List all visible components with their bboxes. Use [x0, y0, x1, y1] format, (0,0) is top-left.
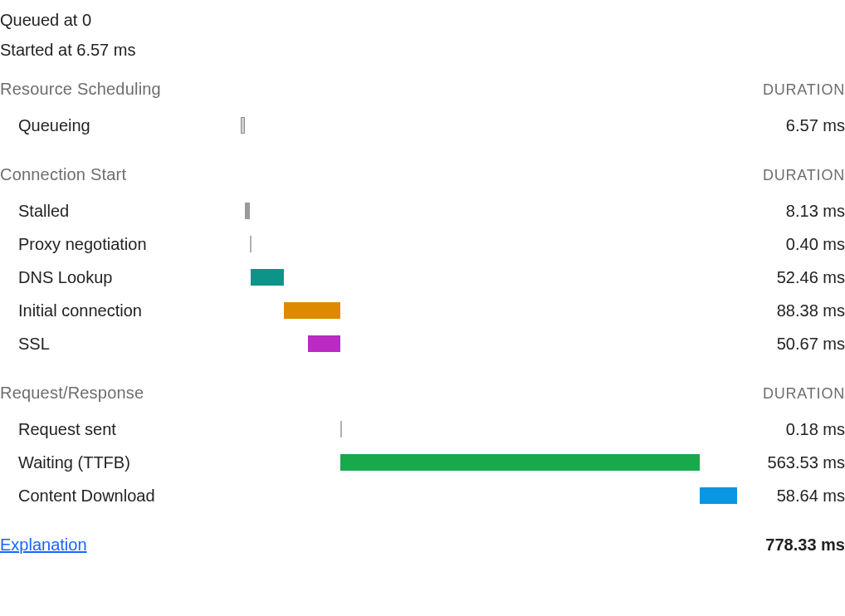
timing-bar-track [241, 419, 737, 439]
section-resource-scheduling: Resource SchedulingDURATIONQueueing6.57 … [0, 80, 845, 142]
timing-row-label: Queueing [0, 116, 241, 135]
timing-row-label: Waiting (TTFB) [0, 453, 241, 472]
section-title: Resource Scheduling [0, 80, 161, 99]
started-value: 6.57 ms [76, 41, 135, 59]
timing-bar-track [241, 115, 737, 135]
queued-prefix: Queued at [0, 11, 82, 29]
timing-bar [340, 421, 342, 438]
timing-bar-track [241, 201, 737, 221]
timing-row-label: Request sent [0, 420, 241, 439]
section-title: Connection Start [0, 165, 126, 184]
timing-row-value: 50.67 ms [737, 335, 845, 354]
timing-row-value: 0.18 ms [737, 420, 845, 439]
section-connection-start: Connection StartDURATIONStalled8.13 msPr… [0, 165, 845, 360]
timing-row-label: Proxy negotiation [0, 235, 241, 254]
timing-row-value: 6.57 ms [737, 116, 845, 135]
queued-line: Queued at 0 [0, 8, 845, 32]
timing-sections: Resource SchedulingDURATIONQueueing6.57 … [0, 80, 845, 512]
total-duration: 778.33 ms [765, 535, 845, 555]
section-header: Connection StartDURATION [0, 165, 845, 184]
timing-row-value: 52.46 ms [737, 268, 845, 287]
timing-bar [245, 203, 250, 219]
footer: Explanation 778.33 ms [0, 535, 845, 555]
timing-row-value: 88.38 ms [737, 301, 845, 320]
timing-bar [284, 302, 340, 319]
timing-row: Initial connection88.38 ms [0, 294, 845, 327]
section-duration-header: DURATION [763, 385, 845, 403]
timing-row: Queueing6.57 ms [0, 109, 845, 142]
explanation-link[interactable]: Explanation [0, 535, 87, 555]
timing-bar-track [241, 234, 737, 254]
timing-row-label: DNS Lookup [0, 268, 241, 287]
timing-row: Stalled8.13 ms [0, 194, 845, 227]
timing-bar-track [241, 452, 737, 472]
timing-row: SSL50.67 ms [0, 327, 845, 360]
timing-bar [250, 236, 252, 252]
section-header: Request/ResponseDURATION [0, 384, 845, 403]
timing-row: Content Download58.64 ms [0, 479, 845, 512]
section-duration-header: DURATION [763, 81, 845, 99]
timing-row: Proxy negotiation0.40 ms [0, 227, 845, 261]
timing-row: Waiting (TTFB)563.53 ms [0, 446, 845, 479]
timing-bar [308, 335, 340, 352]
section-duration-header: DURATION [763, 167, 845, 184]
timing-row-label: Content Download [0, 486, 241, 506]
started-prefix: Started at [0, 41, 76, 59]
timing-row-value: 0.40 ms [737, 235, 845, 254]
intro-block: Queued at 0 Started at 6.57 ms [0, 8, 845, 61]
timing-bar [700, 487, 737, 504]
timing-bar [340, 454, 700, 471]
timing-row-value: 58.64 ms [737, 486, 845, 506]
timing-bar-track [241, 267, 737, 287]
timing-bar-track [241, 486, 737, 506]
timing-row: DNS Lookup52.46 ms [0, 261, 845, 294]
timing-row-label: Stalled [0, 202, 241, 221]
queued-value: 0 [82, 11, 91, 29]
timing-bar-track [241, 334, 737, 354]
section-request-response: Request/ResponseDURATIONRequest sent0.18… [0, 384, 845, 512]
timing-bar [251, 269, 284, 286]
section-header: Resource SchedulingDURATION [0, 80, 845, 99]
section-title: Request/Response [0, 384, 144, 403]
started-line: Started at 6.57 ms [0, 38, 845, 61]
timing-row-label: Initial connection [0, 301, 241, 320]
timing-row-value: 8.13 ms [737, 202, 845, 221]
timing-row: Request sent0.18 ms [0, 413, 845, 446]
timing-row-label: SSL [0, 335, 241, 354]
timing-row-value: 563.53 ms [737, 453, 845, 472]
timing-bar [241, 117, 245, 134]
timing-bar-track [241, 301, 737, 320]
